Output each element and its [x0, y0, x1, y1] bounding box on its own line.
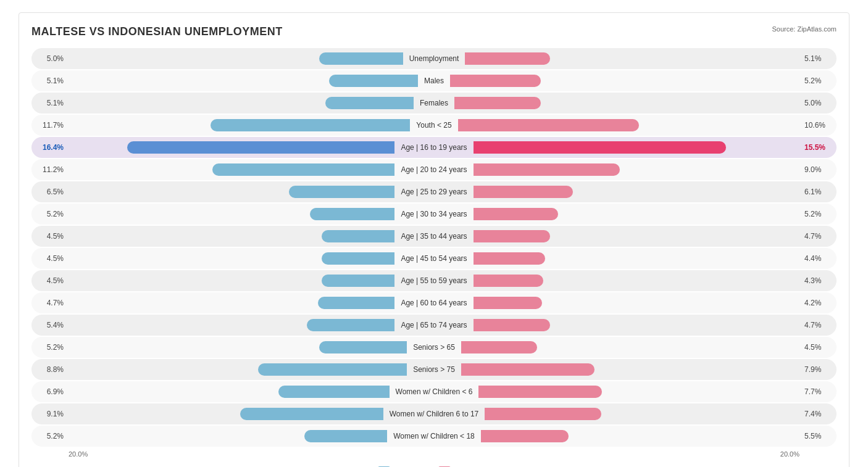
row-label: Seniors > 75: [407, 365, 461, 374]
row-label: Women w/ Children 6 to 17: [383, 410, 485, 418]
chart-row: 5.1%Males5.2%: [31, 70, 837, 91]
left-bar: [278, 386, 389, 398]
right-value: 4.5%: [799, 343, 837, 352]
right-bar-area: [474, 186, 799, 198]
row-label: Age | 30 to 34 years: [394, 210, 473, 218]
left-bar-area: [69, 75, 418, 87]
right-bar: [474, 230, 550, 242]
left-bar: [304, 430, 387, 442]
chart-row: 5.2%Age | 30 to 34 years5.2%: [31, 204, 837, 225]
row-label: Women w/ Children < 18: [387, 432, 481, 440]
chart-source: Source: ZipAtlas.com: [772, 25, 837, 33]
left-value: 5.2%: [31, 210, 69, 218]
row-label: Age | 35 to 44 years: [394, 232, 473, 241]
left-bar: [258, 363, 407, 376]
right-value: 5.2%: [799, 210, 837, 218]
bars-area: Age | 16 to 19 years: [69, 137, 799, 158]
left-bar-area: [69, 186, 394, 198]
left-bar-area: [69, 363, 407, 376]
bars-area: Age | 20 to 24 years: [69, 159, 799, 180]
left-value: 5.2%: [31, 432, 69, 440]
left-bar-area: [69, 430, 387, 442]
bars-area: Females: [69, 93, 799, 114]
row-label: Age | 45 to 54 years: [394, 254, 473, 263]
left-bar-area: [69, 319, 394, 331]
axis-row: 20.0% 20.0%: [31, 450, 837, 458]
left-value: 16.4%: [31, 143, 69, 152]
left-value: 5.1%: [31, 76, 69, 85]
right-bar-area: [458, 119, 799, 131]
axis-right: 20.0%: [780, 450, 799, 458]
right-bar-area: [474, 252, 799, 265]
bars-area: Women w/ Children 6 to 17: [69, 403, 799, 424]
chart-row: 4.5%Age | 55 to 59 years4.3%: [31, 270, 837, 291]
row-label: Age | 65 to 74 years: [394, 321, 473, 329]
right-bar: [481, 430, 569, 442]
bars-area: Seniors > 65: [69, 337, 799, 358]
chart-row: 11.2%Age | 20 to 24 years9.0%: [31, 159, 837, 180]
right-value: 15.5%: [799, 143, 837, 152]
left-value: 6.5%: [31, 188, 69, 196]
right-value: 9.0%: [799, 165, 837, 174]
right-bar-area: [478, 386, 799, 398]
right-value: 6.1%: [799, 188, 837, 196]
left-bar-area: [69, 119, 410, 131]
right-value: 5.1%: [799, 54, 837, 63]
right-bar-area: [474, 141, 799, 154]
chart-row: 5.0%Unemployment5.1%: [31, 48, 837, 69]
row-label: Age | 55 to 59 years: [394, 276, 473, 285]
left-bar: [322, 252, 395, 265]
right-bar-area: [474, 275, 799, 287]
right-value: 4.7%: [799, 232, 837, 241]
axis-left: 20.0%: [69, 450, 88, 458]
right-bar-area: [465, 52, 799, 65]
left-bar: [318, 297, 394, 309]
left-bar-area: [69, 408, 383, 420]
left-bar-area: [69, 297, 394, 309]
row-label: Age | 60 to 64 years: [394, 299, 473, 307]
row-label: Youth < 25: [410, 121, 457, 130]
left-bar-area: [69, 141, 394, 154]
chart-row: 5.1%Females5.0%: [31, 93, 837, 114]
right-bar: [474, 141, 727, 154]
left-bar: [322, 275, 395, 287]
right-bar-area: [485, 408, 799, 420]
bars-area: Age | 30 to 34 years: [69, 204, 799, 225]
chart-header: MALTESE VS INDONESIAN UNEMPLOYMENT Sourc…: [31, 25, 837, 38]
right-bar: [478, 386, 602, 398]
bars-area: Males: [69, 70, 799, 91]
left-value: 8.8%: [31, 365, 69, 374]
left-bar-area: [69, 230, 394, 242]
rows-container: 5.0%Unemployment5.1%5.1%Males5.2%5.1%Fem…: [31, 48, 837, 447]
right-value: 5.2%: [799, 76, 837, 85]
left-value: 5.2%: [31, 343, 69, 352]
row-label: Seniors > 65: [407, 343, 461, 352]
left-bar: [212, 163, 395, 176]
right-bar-area: [454, 97, 799, 109]
bars-area: Age | 60 to 64 years: [69, 292, 799, 313]
right-bar: [454, 97, 541, 109]
row-label: Males: [418, 76, 450, 85]
left-bar: [322, 230, 395, 242]
right-value: 4.3%: [799, 276, 837, 285]
chart-row: 5.2%Women w/ Children < 185.5%: [31, 426, 837, 447]
bars-area: Age | 65 to 74 years: [69, 315, 799, 336]
right-bar-area: [450, 75, 799, 87]
chart-row: 5.4%Age | 65 to 74 years4.7%: [31, 315, 837, 336]
chart-row: 5.2%Seniors > 654.5%: [31, 337, 837, 358]
left-value: 4.5%: [31, 254, 69, 263]
left-bar: [329, 75, 418, 87]
right-bar: [474, 186, 573, 198]
left-bar-area: [69, 208, 394, 220]
right-bar-area: [474, 297, 799, 309]
bars-area: Youth < 25: [69, 115, 799, 136]
chart-row: 4.5%Age | 45 to 54 years4.4%: [31, 248, 837, 269]
left-value: 11.7%: [31, 121, 69, 130]
chart-row: 4.5%Age | 35 to 44 years4.7%: [31, 226, 837, 247]
left-bar-area: [69, 252, 394, 265]
right-value: 7.9%: [799, 365, 837, 374]
right-bar-area: [474, 319, 799, 331]
left-bar-area: [69, 341, 407, 353]
right-value: 7.7%: [799, 387, 837, 396]
right-bar: [474, 275, 544, 287]
